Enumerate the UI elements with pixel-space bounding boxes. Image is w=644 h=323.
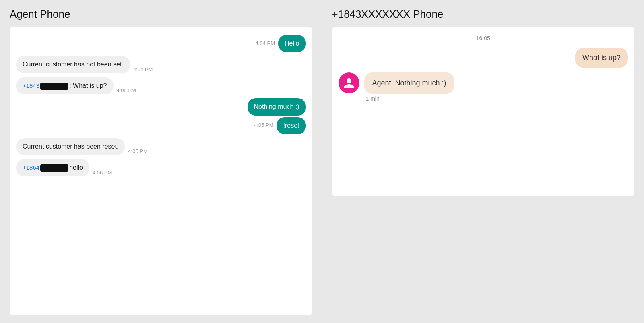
bubble-4a: Nothing much :) <box>248 98 306 115</box>
right-message-1: What is up? <box>339 48 628 68</box>
bubble-3: +1843: What is up? <box>16 77 114 94</box>
bubble-2: Current customer has not been set. <box>16 56 130 73</box>
left-chat-box: 4:04 PM Hello Current customer has not b… <box>10 27 312 315</box>
timestamp-1: 4:04 PM <box>256 40 275 46</box>
timestamp-3: 4:05 PM <box>117 87 136 93</box>
right-panel-title: +1843XXXXXXX Phone <box>332 8 635 21</box>
message-6: +1864hello 4:06 PM <box>16 159 306 176</box>
right-bubble-2-wrap: Agent: Nothing much :) 1 min <box>364 72 454 102</box>
person-icon <box>343 77 355 89</box>
right-bubble-2: Agent: Nothing much :) <box>364 72 454 94</box>
redacted-1 <box>40 83 68 90</box>
message-5: Current customer has been reset. 4:05 PM <box>16 138 306 155</box>
message-4: Nothing much :) 4:05 PM !reset <box>16 98 306 134</box>
phone-link-2[interactable]: +1864 <box>23 164 39 171</box>
left-panel-title: Agent Phone <box>10 8 312 21</box>
right-panel: +1843XXXXXXX Phone 16:05 What is up? Age… <box>322 0 644 323</box>
message-3: +1843: What is up? 4:05 PM <box>16 77 306 94</box>
right-time-label: 16:05 <box>339 35 628 41</box>
avatar <box>339 72 359 93</box>
redacted-2 <box>40 164 68 172</box>
bubble-5: Current customer has been reset. <box>16 138 125 155</box>
bubble-4b: !reset <box>277 117 305 134</box>
message-1: 4:04 PM Hello <box>16 35 306 52</box>
timestamp-6: 4:06 PM <box>93 170 112 176</box>
bubble-1: Hello <box>278 35 305 52</box>
right-chat-box: 16:05 What is up? Agent: Nothing much :)… <box>332 27 635 196</box>
left-panel: Agent Phone 4:04 PM Hello Current custom… <box>0 0 322 323</box>
bubble-6: +1864hello <box>16 159 89 176</box>
phone-link-1[interactable]: +1843 <box>23 82 39 89</box>
right-message-2: Agent: Nothing much :) 1 min <box>339 72 628 102</box>
msg3-text: : What is up? <box>69 82 107 89</box>
msg6-text: hello <box>69 164 83 171</box>
timestamp-4: 4:05 PM <box>254 122 273 128</box>
timestamp-2: 4:04 PM <box>133 66 153 72</box>
timestamp-5: 4:05 PM <box>128 148 147 154</box>
message-2: Current customer has not been set. 4:04 … <box>16 56 306 73</box>
right-time-ago: 1 min <box>364 95 454 102</box>
right-bubble-1: What is up? <box>575 48 628 68</box>
